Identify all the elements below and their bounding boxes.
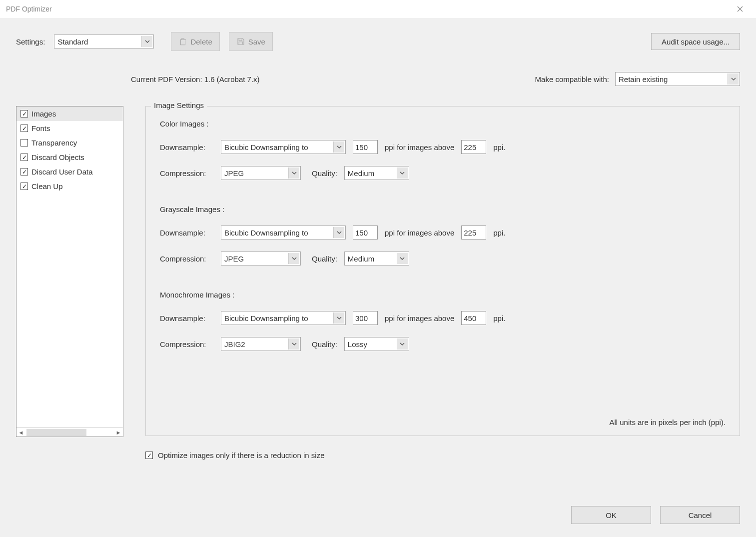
downsample-label: Downsample: (160, 143, 214, 152)
delete-button-label: Delete (190, 38, 212, 46)
mono-compression-row: Compression: JBIG2 Quality: Lossy (160, 337, 726, 351)
sidebar-item-label: Discard User Data (31, 168, 93, 176)
grayscale-downsample-row: Downsample: Bicubic Downsampling to 150 … (160, 226, 726, 240)
grayscale-quality-select[interactable]: Medium (344, 252, 409, 266)
compat-select[interactable]: Retain existing (615, 72, 740, 86)
sidebar-item-checkbox[interactable] (20, 154, 28, 161)
cancel-button[interactable]: Cancel (660, 506, 740, 524)
ppi-above-label: ppi for images above (385, 143, 454, 152)
scroll-thumb[interactable] (26, 429, 86, 436)
grayscale-ppi-input[interactable]: 150 (353, 226, 378, 240)
chevron-down-icon (333, 227, 344, 238)
monochrome-images-heading: Monochrome Images : (160, 290, 726, 299)
sidebar-item-checkbox[interactable] (20, 182, 28, 190)
grayscale-images-heading: Grayscale Images : (160, 205, 726, 214)
compat-select-value: Retain existing (619, 75, 668, 84)
mono-downsample-row: Downsample: Bicubic Downsampling to 300 … (160, 311, 726, 325)
scroll-left-icon[interactable]: ◄ (16, 428, 25, 436)
save-button[interactable]: Save (229, 32, 273, 51)
compression-label: Compression: (160, 254, 214, 263)
mono-quality-select[interactable]: Lossy (344, 337, 409, 351)
chevron-down-icon (333, 312, 344, 324)
chevron-down-icon (397, 253, 408, 264)
downsample-label: Downsample: (160, 314, 214, 322)
quality-label: Quality: (312, 254, 337, 263)
ppi-above-label: ppi for images above (385, 228, 454, 237)
close-icon (737, 6, 743, 12)
sidebar-item-checkbox[interactable] (20, 110, 28, 118)
sidebar-item-discard-objects[interactable]: Discard Objects (16, 150, 123, 164)
mono-downsample-select[interactable]: Bicubic Downsampling to (221, 311, 346, 325)
save-icon (236, 37, 245, 46)
quality-label: Quality: (312, 340, 337, 348)
save-button-label: Save (248, 38, 265, 46)
top-toolbar: Settings: Standard Delete Save Audit spa… (16, 32, 740, 51)
color-downsample-select[interactable]: Bicubic Downsampling to (221, 140, 346, 154)
color-compression-row: Compression: JPEG Quality: Medium (160, 166, 726, 180)
mono-compression-select[interactable]: JBIG2 (221, 337, 301, 351)
audit-space-usage-button[interactable]: Audit space usage... (651, 33, 740, 50)
sidebar-item-label: Images (31, 110, 56, 118)
optimize-checkbox-row: Optimize images only if there is a reduc… (145, 451, 740, 460)
ppi-suffix: ppi. (493, 314, 505, 322)
color-images-heading: Color Images : (160, 120, 726, 128)
sidebar-item-checkbox[interactable] (20, 168, 28, 176)
grayscale-compression-select[interactable]: JPEG (221, 252, 301, 266)
delete-button[interactable]: Delete (171, 32, 219, 51)
window-title: PDF Optimizer (6, 5, 730, 13)
chevron-down-icon (141, 36, 152, 47)
close-button[interactable] (730, 2, 750, 16)
mono-ppi-input[interactable]: 300 (353, 311, 378, 325)
sidebar-item-transparency[interactable]: Transparency (16, 136, 123, 150)
chevron-down-icon (397, 168, 408, 178)
sidebar-item-fonts[interactable]: Fonts (16, 121, 123, 136)
audit-button-label: Audit space usage... (662, 38, 730, 46)
main-area: ImagesFontsTransparencyDiscard ObjectsDi… (16, 106, 740, 460)
compat-label: Make compatible with: (535, 75, 609, 84)
sidebar-item-clean-up[interactable]: Clean Up (16, 179, 123, 194)
grayscale-ppi-above-input[interactable]: 225 (461, 226, 486, 240)
compression-label: Compression: (160, 340, 214, 348)
grayscale-compression-row: Compression: JPEG Quality: Medium (160, 252, 726, 266)
sidebar-item-label: Transparency (31, 138, 77, 147)
chevron-down-icon (333, 142, 344, 152)
ppi-above-label: ppi for images above (385, 314, 454, 322)
color-quality-select[interactable]: Medium (344, 166, 409, 180)
optimize-checkbox-label: Optimize images only if there is a reduc… (158, 451, 324, 460)
sidebar-item-label: Clean Up (31, 182, 63, 190)
pdf-version-text: Current PDF Version: 1.6 (Acrobat 7.x) (131, 75, 260, 84)
ok-button[interactable]: OK (571, 506, 651, 524)
sidebar-item-label: Discard Objects (31, 153, 84, 162)
sidebar-item-discard-user-data[interactable]: Discard User Data (16, 164, 123, 179)
chevron-down-icon (288, 338, 299, 350)
settings-select[interactable]: Standard (54, 34, 154, 48)
settings-panel: Image Settings Color Images : Downsample… (145, 106, 740, 460)
chevron-down-icon (288, 253, 299, 264)
chevron-down-icon (288, 168, 299, 178)
scroll-right-icon[interactable]: ► (114, 428, 123, 436)
category-sidebar: ImagesFontsTransparencyDiscard ObjectsDi… (16, 106, 123, 437)
trash-icon (178, 37, 187, 46)
ppi-suffix: ppi. (493, 143, 505, 152)
units-note: All units are in pixels per inch (ppi). (609, 418, 726, 426)
dialog-buttons: OK Cancel (571, 506, 740, 524)
color-compression-select[interactable]: JPEG (221, 166, 301, 180)
settings-label: Settings: (16, 38, 45, 46)
compression-label: Compression: (160, 169, 214, 178)
color-ppi-input[interactable]: 150 (353, 140, 378, 154)
sidebar-item-checkbox[interactable] (20, 139, 28, 146)
image-settings-fieldset: Image Settings Color Images : Downsample… (145, 106, 740, 436)
chevron-down-icon (728, 74, 739, 84)
color-downsample-row: Downsample: Bicubic Downsampling to 150 … (160, 140, 726, 154)
sidebar-scrollbar[interactable]: ◄ ► (16, 428, 123, 436)
sidebar-item-images[interactable]: Images (16, 106, 123, 121)
mono-ppi-above-input[interactable]: 450 (461, 311, 486, 325)
sidebar-item-checkbox[interactable] (20, 124, 28, 132)
grayscale-downsample-select[interactable]: Bicubic Downsampling to (221, 226, 346, 240)
optimize-checkbox[interactable] (145, 452, 153, 459)
downsample-label: Downsample: (160, 228, 214, 237)
title-bar: PDF Optimizer (0, 0, 756, 18)
dialog-body: Settings: Standard Delete Save Audit spa… (0, 18, 756, 537)
color-ppi-above-input[interactable]: 225 (461, 140, 486, 154)
sidebar-item-label: Fonts (31, 124, 50, 132)
